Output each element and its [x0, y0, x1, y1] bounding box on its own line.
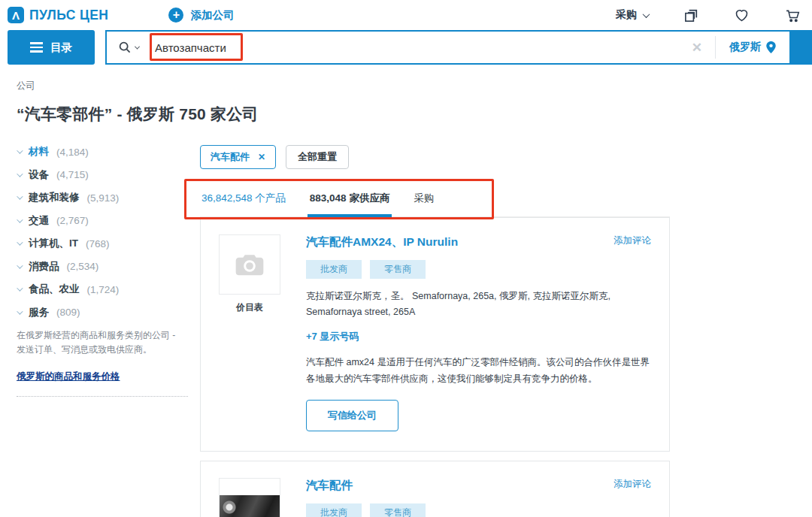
company-photo-thumbnail — [220, 495, 280, 517]
hamburger-icon — [30, 47, 43, 48]
tab-procurement[interactable]: 采购 — [414, 192, 434, 205]
filter-chips: 汽车配件 ✕ 全部重置 — [200, 145, 674, 169]
filter-chip-auto-parts[interactable]: 汽车配件 ✕ — [200, 145, 276, 169]
search-input[interactable] — [150, 32, 679, 63]
search-row: 目录 ✕ 俄罗斯 — [0, 29, 812, 66]
search-scope-dropdown[interactable] — [107, 41, 150, 54]
badge-wholesaler: 批发商 — [306, 503, 362, 517]
write-company-button[interactable]: 写信给公司 — [306, 400, 398, 431]
company-card: 价目表 汽车配件 添加评论 批发商 零售商 十月镇村，呃。 121，奥斯特罗夫齐… — [200, 461, 670, 517]
company-description: 汽车配件 amx24 是适用于任何汽车的广泛零部件经销商。该公司的合作伙伴是世界… — [306, 355, 651, 387]
page-title: “汽车零部件” - 俄罗斯 750 家公司 — [17, 104, 812, 125]
chevron-down-icon — [17, 147, 23, 153]
tab-suppliers[interactable]: 883,048 家供应商 — [310, 192, 390, 205]
sidebar-item-transport[interactable]: 交通 (2,767) — [17, 214, 200, 228]
results-tabs: 36,842,548 个产品 883,048 家供应商 采购 — [200, 182, 670, 217]
company-card: 价目表 汽车配件AMX24、IP Nurulin 添加评论 批发商 零售商 克拉… — [200, 217, 670, 452]
company-address: 克拉斯诺亚尔斯克，圣。 Semafornaya, 265a, 俄罗斯, 克拉斯诺… — [306, 289, 628, 319]
chevron-down-icon — [17, 308, 23, 314]
compare-icon[interactable] — [683, 8, 699, 23]
results-main: 汽车配件 ✕ 全部重置 36,842,548 个产品 883,048 家供应商 … — [200, 145, 674, 517]
sidebar-item-food-agriculture[interactable]: 食品、农业 (1,724) — [17, 283, 200, 296]
breadcrumb[interactable]: 公司 — [17, 80, 812, 92]
sidebar-item-construction[interactable]: 建筑和装修 (5,913) — [17, 191, 200, 204]
top-header: Λ ПУЛЬС ЦЕН + 添加公司 采购 — [0, 0, 812, 29]
category-sidebar: 材料 (4,184) 设备 (4,715) 建筑和装修 (5,913) 交通 (… — [17, 145, 200, 397]
catalog-button[interactable]: 目录 — [8, 30, 95, 65]
badge-retailer: 零售商 — [370, 260, 426, 279]
badge-retailer: 零售商 — [370, 503, 426, 517]
search-bar: ✕ 俄罗斯 — [105, 30, 812, 65]
divider — [17, 396, 188, 397]
sidebar-item-services[interactable]: 服务 (809) — [17, 306, 200, 319]
photo-placeholder[interactable] — [219, 234, 280, 295]
sidebar-item-consumer-goods[interactable]: 消费品 (2,534) — [17, 260, 200, 274]
chevron-down-icon — [17, 239, 23, 245]
page-content: 公司 “汽车零部件” - 俄罗斯 750 家公司 材料 (4,184) 设备 (… — [0, 80, 812, 517]
logo-icon: Λ — [8, 7, 24, 23]
cart-icon[interactable] — [784, 8, 800, 23]
region-selector[interactable]: 俄罗斯 — [716, 41, 789, 54]
sidebar-note: 在俄罗斯经营的商品和服务类别的公司 - 发送订单、写消息或致电供应商。 — [17, 328, 182, 356]
header-actions: 采购 — [616, 8, 800, 23]
clear-search-icon[interactable]: ✕ — [679, 40, 715, 56]
logo-text: ПУЛЬС ЦЕН — [29, 8, 108, 23]
tab-products[interactable]: 36,842,548 个产品 — [201, 192, 286, 205]
company-media: 价目表 — [219, 478, 280, 517]
sidebar-prices-link[interactable]: 俄罗斯的商品和服务价格 — [17, 370, 120, 383]
procurement-dropdown[interactable]: 采购 — [616, 8, 649, 22]
logo[interactable]: Λ ПУЛЬС ЦЕН — [8, 7, 108, 23]
chevron-down-icon — [643, 11, 650, 18]
location-pin-icon — [766, 41, 776, 53]
favorites-heart-icon[interactable] — [734, 8, 750, 23]
add-review-link[interactable]: 添加评论 — [614, 234, 651, 247]
remove-filter-icon[interactable]: ✕ — [258, 152, 265, 162]
sidebar-item-computers-it[interactable]: 计算机、IT (768) — [17, 237, 200, 250]
company-media: 价目表 — [219, 234, 280, 431]
add-review-link[interactable]: 添加评论 — [614, 478, 651, 491]
company-badges: 批发商 零售商 — [306, 260, 651, 279]
chevron-down-icon — [17, 216, 23, 222]
search-icon — [118, 41, 132, 54]
company-photo[interactable] — [219, 478, 280, 517]
chevron-down-icon — [17, 285, 23, 291]
chevron-down-icon — [17, 171, 23, 177]
badge-wholesaler: 批发商 — [306, 260, 362, 279]
company-badges: 批发商 零售商 — [306, 503, 651, 517]
plus-icon: + — [168, 8, 183, 23]
price-list-link[interactable]: 价目表 — [219, 301, 280, 314]
chevron-down-icon — [17, 262, 23, 268]
company-title[interactable]: 汽车配件AMX24、IP Nurulin — [306, 234, 458, 250]
reset-all-button[interactable]: 全部重置 — [286, 145, 349, 169]
sidebar-item-equipment[interactable]: 设备 (4,715) — [17, 168, 200, 182]
add-company-button[interactable]: + 添加公司 — [168, 8, 234, 23]
chevron-down-icon — [135, 44, 140, 49]
company-title[interactable]: 汽车配件 — [306, 478, 353, 494]
search-submit-button[interactable] — [789, 32, 810, 63]
sidebar-item-materials[interactable]: 材料 (4,184) — [17, 145, 200, 159]
camera-icon — [235, 252, 265, 277]
show-phone-link[interactable]: +7 显示号码 — [306, 330, 651, 343]
chevron-down-icon — [17, 193, 23, 199]
